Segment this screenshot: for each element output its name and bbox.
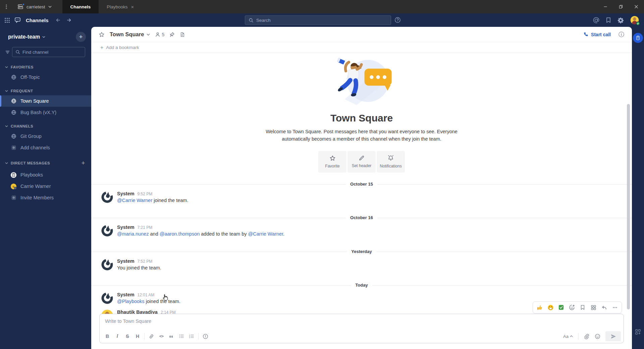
- help-icon[interactable]: [394, 17, 401, 23]
- strikethrough-button[interactable]: S: [122, 332, 132, 341]
- message-row[interactable]: System9:52 PM@Carrie Warner joined the t…: [91, 189, 632, 206]
- italic-button[interactable]: I: [112, 332, 122, 341]
- restore-button[interactable]: [613, 0, 629, 13]
- message-input[interactable]: Write to Town Square: [100, 314, 624, 328]
- reply-icon[interactable]: [599, 303, 609, 312]
- user-avatar[interactable]: [630, 16, 639, 24]
- sidebar-item-playbooks[interactable]: Playbooks: [0, 169, 91, 181]
- message-text: @Playbooks joined the team.: [117, 298, 180, 305]
- thumbs-up-reaction-icon[interactable]: [535, 303, 545, 312]
- favorite-star-icon[interactable]: [99, 32, 105, 38]
- section-header-frequent[interactable]: FREQUENT: [0, 87, 91, 95]
- grinning-reaction-icon[interactable]: [545, 303, 555, 312]
- sidebar-item-add-channels[interactable]: Add channels: [0, 142, 91, 153]
- saved-posts-icon[interactable]: [606, 17, 611, 23]
- add-bookmark-bar[interactable]: + Add a bookmark: [91, 42, 632, 53]
- bhautik-avatar[interactable]: [101, 309, 113, 314]
- mention-link[interactable]: @Carrie Warner: [117, 198, 152, 203]
- section-header-direct-messages[interactable]: DIRECT MESSAGES+: [0, 157, 91, 169]
- system-avatar[interactable]: [101, 225, 113, 237]
- channel-members-button[interactable]: 5: [155, 32, 164, 37]
- code-button[interactable]: <>: [156, 332, 166, 341]
- channel-files-icon[interactable]: [180, 32, 185, 37]
- section-header-favorites[interactable]: FAVORITES: [0, 63, 91, 71]
- server-switcher[interactable]: carrietest: [13, 0, 59, 13]
- more-actions-icon[interactable]: [610, 303, 620, 312]
- system-avatar[interactable]: [101, 191, 113, 203]
- sidebar-item-town-square[interactable]: Town Square: [0, 95, 91, 107]
- message-list: Town Square Welcome to Town Square. Post…: [91, 53, 632, 314]
- history-back-icon[interactable]: [55, 17, 61, 23]
- favorite-button[interactable]: Favorite: [318, 151, 346, 172]
- mention-link[interactable]: @maria.nunez: [117, 231, 149, 237]
- sidebar-item-bug-bash-vx-y-[interactable]: Bug Bash (vX.Y): [0, 107, 91, 118]
- section-header-channels[interactable]: CHANNELS: [0, 122, 91, 131]
- close-button[interactable]: [629, 0, 644, 13]
- system-avatar[interactable]: [101, 292, 113, 304]
- message-row[interactable]: System7:21 PM@maria.nunez and @aaron.tho…: [91, 222, 632, 240]
- date-divider-label: October 16: [346, 215, 377, 220]
- app-tabs: ChannelsPlaybooks×: [62, 0, 142, 13]
- channel-name-menu[interactable]: Town Square: [110, 31, 150, 38]
- bold-button[interactable]: B: [102, 332, 112, 341]
- message-text-segment: You joined the team.: [117, 265, 161, 270]
- send-message-button[interactable]: [605, 331, 621, 341]
- add-channels-plus-button[interactable]: +: [76, 32, 86, 42]
- tab-channels[interactable]: Channels: [62, 0, 99, 13]
- server-icon: [17, 4, 23, 9]
- bulleted-list-button[interactable]: [176, 332, 186, 341]
- product-switcher-icon[interactable]: [4, 17, 10, 23]
- message-author[interactable]: System: [117, 225, 135, 230]
- pinned-posts-icon[interactable]: [169, 32, 175, 37]
- team-menu[interactable]: private-team: [8, 34, 45, 40]
- notifications-button[interactable]: Notifications: [377, 151, 405, 172]
- check-mark-reaction-icon[interactable]: [556, 303, 566, 312]
- scrollbar-thumb[interactable]: [627, 104, 630, 309]
- heading-button[interactable]: H: [132, 332, 143, 341]
- hide-formatting-button[interactable]: Aa: [560, 332, 576, 341]
- message-author[interactable]: System: [117, 191, 135, 196]
- numbered-list-button[interactable]: 123: [186, 332, 197, 341]
- minimize-button[interactable]: [598, 0, 613, 13]
- find-channel-input[interactable]: [22, 50, 82, 55]
- link-button[interactable]: [146, 332, 156, 341]
- sidebar-item-invite-members[interactable]: Invite Members: [0, 192, 91, 203]
- mention-link[interactable]: @Carrie Warner: [248, 231, 283, 237]
- message-author[interactable]: Bhautik Bavadiya: [117, 309, 158, 314]
- message-apps-icon[interactable]: [588, 303, 598, 312]
- channel-info-icon[interactable]: [618, 31, 625, 38]
- sidebar-item-git-group[interactable]: Git Group: [0, 131, 91, 142]
- tab-playbooks[interactable]: Playbooks×: [99, 0, 142, 13]
- set-header-button[interactable]: Set header: [347, 151, 376, 172]
- message-row[interactable]: Bhautik Bavadiya2:14 PMTime is 19:50Edit…: [91, 307, 632, 314]
- app-menu-icon[interactable]: [0, 4, 13, 9]
- sidebar-item-off-topic[interactable]: Off-Topic: [0, 71, 91, 83]
- tab-label: Playbooks: [107, 4, 127, 9]
- quote-button[interactable]: [166, 332, 176, 341]
- settings-gear-icon[interactable]: [618, 17, 624, 23]
- search-input[interactable]: [245, 15, 391, 25]
- mention-link[interactable]: @Playbooks: [117, 299, 145, 304]
- playbooks-app-icon[interactable]: [633, 33, 643, 43]
- save-message-icon[interactable]: [578, 303, 588, 312]
- mentions-icon[interactable]: [593, 17, 599, 23]
- emoji-picker-icon[interactable]: [592, 332, 602, 341]
- find-channel-box[interactable]: [12, 47, 85, 57]
- search-field[interactable]: [256, 18, 387, 23]
- message-author[interactable]: System: [117, 292, 135, 297]
- message-text: @maria.nunez and @aaron.thompson added t…: [117, 231, 284, 237]
- apps-grid-icon[interactable]: [635, 329, 641, 335]
- history-forward-icon[interactable]: [66, 17, 72, 23]
- message-priority-button[interactable]: [200, 332, 210, 341]
- attach-file-icon[interactable]: [581, 332, 591, 341]
- add-direct-message-icon[interactable]: +: [82, 159, 86, 167]
- channel-filter-icon[interactable]: [4, 47, 10, 57]
- close-tab-icon[interactable]: ×: [131, 4, 134, 10]
- mention-link[interactable]: @aaron.thompson: [160, 231, 200, 237]
- system-avatar[interactable]: [101, 258, 113, 271]
- message-author[interactable]: System: [117, 258, 135, 264]
- sidebar-item-carrie-warner[interactable]: cCarrie Warner: [0, 181, 91, 192]
- start-call-button[interactable]: Start call: [583, 32, 611, 37]
- message-row[interactable]: System7:52 PMYou joined the team.: [91, 256, 632, 273]
- add-reaction-icon[interactable]: [567, 303, 577, 312]
